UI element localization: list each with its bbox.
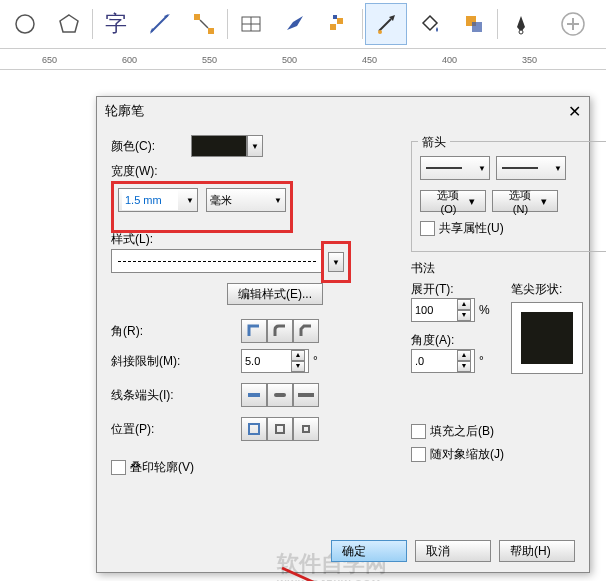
arrow-end-combo[interactable]: ▼ bbox=[496, 156, 566, 180]
spin-up-icon[interactable]: ▲ bbox=[457, 299, 471, 310]
scale-label: 随对象缩放(J) bbox=[430, 446, 504, 463]
horizontal-ruler: 650 600 550 500 450 400 350 bbox=[0, 49, 606, 70]
table-tool[interactable] bbox=[230, 3, 272, 45]
stretch-spinner[interactable]: 100 ▲▼ bbox=[411, 298, 475, 322]
cap-round-btn[interactable] bbox=[267, 383, 293, 407]
color-bucket-tool[interactable] bbox=[318, 3, 360, 45]
miter-value: 5.0 bbox=[245, 355, 260, 367]
add-tool[interactable] bbox=[552, 3, 594, 45]
behind-fill-checkbox[interactable] bbox=[411, 424, 426, 439]
nib-preview bbox=[511, 302, 583, 374]
style-label: 样式(L): bbox=[111, 231, 153, 248]
svg-rect-14 bbox=[333, 15, 337, 19]
svg-rect-13 bbox=[337, 18, 343, 24]
svg-rect-24 bbox=[248, 393, 260, 397]
percent-unit: % bbox=[479, 303, 490, 317]
width-input[interactable] bbox=[122, 190, 178, 210]
corner-miter-btn[interactable] bbox=[241, 319, 267, 343]
callout-tool[interactable] bbox=[274, 3, 316, 45]
svg-rect-12 bbox=[330, 24, 336, 30]
svg-rect-19 bbox=[472, 22, 482, 32]
dialog-title: 轮廓笔 bbox=[105, 102, 144, 120]
miter-spinner[interactable]: 5.0 ▲▼ bbox=[241, 349, 309, 373]
spin-up-icon[interactable]: ▲ bbox=[457, 350, 471, 361]
svg-rect-6 bbox=[208, 28, 214, 34]
pos-inside-btn[interactable] bbox=[293, 417, 319, 441]
text-tool[interactable]: 字 bbox=[95, 3, 137, 45]
position-label: 位置(P): bbox=[111, 421, 191, 438]
chevron-down-icon: ▼ bbox=[274, 196, 282, 205]
miter-label: 斜接限制(M): bbox=[111, 353, 201, 370]
overprint-label: 叠印轮廓(V) bbox=[130, 459, 194, 476]
spin-down-icon[interactable]: ▼ bbox=[457, 361, 471, 372]
arrows-legend: 箭头 bbox=[418, 134, 450, 151]
svg-line-32 bbox=[282, 568, 342, 581]
share-attrs-checkbox[interactable] bbox=[420, 221, 435, 236]
behind-fill-label: 填充之后(B) bbox=[430, 423, 494, 440]
pen-tool[interactable] bbox=[500, 3, 542, 45]
close-icon[interactable]: ✕ bbox=[568, 102, 581, 121]
svg-marker-11 bbox=[287, 16, 303, 30]
svg-line-2 bbox=[151, 15, 168, 32]
style-dropdown[interactable]: ▼ bbox=[328, 252, 344, 272]
nib-label: 笔尖形状: bbox=[511, 281, 583, 298]
annotation-arrow-icon bbox=[277, 563, 357, 581]
edit-style-button[interactable]: 编辑样式(E)... bbox=[227, 283, 323, 305]
share-attrs-label: 共享属性(U) bbox=[439, 220, 504, 237]
angle-label: 角度(A): bbox=[411, 332, 501, 349]
svg-rect-26 bbox=[298, 393, 314, 397]
width-highlight-box: ▼ 毫米 ▼ bbox=[111, 181, 293, 233]
cap-square-btn[interactable] bbox=[293, 383, 319, 407]
cap-label: 线条端头(I): bbox=[111, 387, 191, 404]
spin-up-icon[interactable]: ▲ bbox=[291, 350, 305, 361]
overprint-checkbox[interactable] bbox=[111, 460, 126, 475]
color-swatch[interactable] bbox=[191, 135, 247, 157]
corner-round-btn[interactable] bbox=[267, 319, 293, 343]
pos-center-btn[interactable] bbox=[267, 417, 293, 441]
dialog-titlebar: 轮廓笔 ✕ bbox=[97, 97, 589, 125]
svg-point-0 bbox=[16, 15, 34, 33]
arrow-options-right-button[interactable]: 选项(N) ▾ bbox=[492, 190, 558, 212]
calligraphy-legend: 书法 bbox=[411, 260, 606, 277]
svg-marker-1 bbox=[60, 15, 78, 32]
svg-line-15 bbox=[379, 19, 391, 31]
eyedropper-tool[interactable] bbox=[365, 3, 407, 45]
width-unit-combo[interactable]: 毫米 ▼ bbox=[206, 188, 286, 212]
color-dropdown-icon[interactable]: ▼ bbox=[247, 135, 263, 157]
pos-outside-btn[interactable] bbox=[241, 417, 267, 441]
cap-flat-btn[interactable] bbox=[241, 383, 267, 407]
dimension-tool[interactable] bbox=[139, 3, 181, 45]
width-label: 宽度(W): bbox=[111, 163, 191, 180]
svg-point-20 bbox=[519, 30, 523, 34]
svg-rect-5 bbox=[194, 14, 200, 20]
cancel-button[interactable]: 取消 bbox=[415, 540, 491, 562]
angle-value: .0 bbox=[415, 355, 424, 367]
arrow-start-combo[interactable]: ▼ bbox=[420, 156, 490, 180]
svg-rect-25 bbox=[274, 393, 286, 397]
arrows-group: 箭头 ▼ ▼ 选项(O) ▾ 选项(N) ▾ 共享属性(U) bbox=[411, 141, 606, 252]
outline-pen-dialog: 轮廓笔 ✕ 颜色(C): ▼ 宽度(W): ▼ 毫米 ▼ 样式(L): bbox=[96, 96, 590, 573]
ellipse-tool[interactable] bbox=[4, 3, 46, 45]
svg-rect-28 bbox=[276, 425, 284, 433]
corner-label: 角(R): bbox=[111, 323, 191, 340]
fill-tool[interactable] bbox=[409, 3, 451, 45]
svg-rect-29 bbox=[303, 426, 309, 432]
degree-unit: ° bbox=[479, 354, 484, 368]
svg-line-7 bbox=[200, 20, 208, 28]
ok-button[interactable]: 确定 bbox=[331, 540, 407, 562]
arrow-options-left-button[interactable]: 选项(O) ▾ bbox=[420, 190, 486, 212]
width-combo[interactable]: ▼ bbox=[118, 188, 198, 212]
stretch-value: 100 bbox=[415, 304, 433, 316]
help-button[interactable]: 帮助(H) bbox=[499, 540, 575, 562]
style-preview[interactable] bbox=[111, 249, 323, 273]
corner-bevel-btn[interactable] bbox=[293, 319, 319, 343]
polygon-tool[interactable] bbox=[48, 3, 90, 45]
spin-down-icon[interactable]: ▼ bbox=[457, 310, 471, 321]
scale-checkbox[interactable] bbox=[411, 447, 426, 462]
connector-tool[interactable] bbox=[183, 3, 225, 45]
degree-icon: ° bbox=[313, 354, 318, 368]
angle-spinner[interactable]: .0 ▲▼ bbox=[411, 349, 475, 373]
transparency-tool[interactable] bbox=[453, 3, 495, 45]
style-dropdown-highlight: ▼ bbox=[321, 241, 351, 283]
spin-down-icon[interactable]: ▼ bbox=[291, 361, 305, 372]
